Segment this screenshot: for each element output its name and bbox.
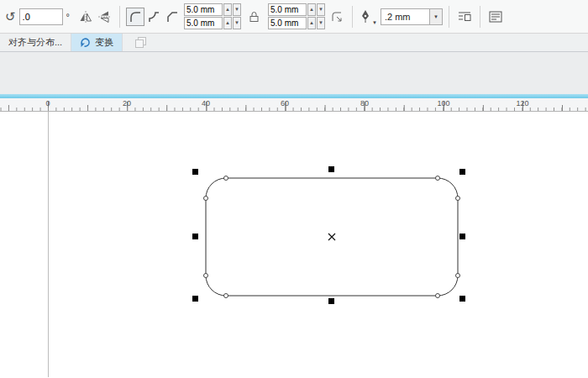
mirror-horizontal-button[interactable] bbox=[76, 8, 95, 26]
canvas[interactable] bbox=[0, 112, 588, 377]
lock-corners-button[interactable] bbox=[245, 8, 264, 26]
horizontal-ruler[interactable]: 0 20 40 60 80 100 120 bbox=[0, 98, 588, 112]
spinner-up-icon[interactable]: ▲ bbox=[307, 17, 316, 29]
property-bar: ↺ ° bbox=[0, 0, 588, 34]
rotation-angle-icon: ↺ bbox=[5, 9, 16, 24]
ruler-tick-label: 40 bbox=[202, 99, 210, 108]
wrap-text-button[interactable] bbox=[455, 8, 474, 26]
ruler-tick-label: 80 bbox=[360, 99, 369, 108]
mirror-horizontal-icon bbox=[79, 11, 92, 23]
corner-node[interactable] bbox=[456, 274, 460, 278]
round-corner-button[interactable] bbox=[126, 8, 144, 26]
dropdown-caret-icon: ▼ bbox=[372, 20, 377, 25]
toolbar-separator bbox=[449, 6, 449, 28]
corner-node[interactable] bbox=[436, 176, 440, 181]
spinner-down-icon[interactable]: ▼ bbox=[317, 3, 325, 16]
workspace-background bbox=[0, 52, 588, 94]
corner-radius-group-right: ▲ ▼ ▲ ▼ bbox=[268, 3, 325, 29]
copy-icon bbox=[134, 36, 147, 49]
spinner-up-icon[interactable]: ▲ bbox=[223, 17, 232, 29]
corner-radius-top-right-input[interactable] bbox=[268, 3, 307, 16]
spinner-down-icon[interactable]: ▼ bbox=[233, 3, 241, 16]
corner-radius-top-left-input[interactable] bbox=[184, 3, 223, 16]
outline-width-value: .2 mm bbox=[381, 12, 429, 22]
ruler-tick-label: 100 bbox=[437, 99, 449, 108]
round-corner-icon bbox=[129, 10, 142, 24]
corner-radius-bottom-right-input[interactable] bbox=[268, 17, 307, 29]
docker-tab-bar: 对齐与分布... 变换 bbox=[0, 34, 588, 52]
toolbar-separator bbox=[352, 6, 353, 28]
spinner-down-icon[interactable]: ▼ bbox=[233, 17, 241, 29]
selection-handle[interactable] bbox=[459, 169, 465, 175]
selection-handle[interactable] bbox=[328, 298, 334, 304]
corner-node[interactable] bbox=[456, 197, 460, 201]
tab-align-distribute-label: 对齐与分布... bbox=[8, 36, 62, 49]
degree-symbol: ° bbox=[66, 12, 70, 22]
scalloped-corner-button[interactable] bbox=[144, 8, 163, 26]
selection-handle[interactable] bbox=[192, 169, 198, 175]
wrap-text-icon bbox=[458, 11, 471, 23]
outline-pen-button[interactable]: ▼ bbox=[359, 8, 378, 26]
spinner-up-icon[interactable]: ▲ bbox=[223, 3, 232, 16]
corner-node[interactable] bbox=[436, 294, 440, 298]
corner-radius-bottom-left-input[interactable] bbox=[184, 17, 223, 29]
tab-align-distribute[interactable]: 对齐与分布... bbox=[0, 34, 71, 51]
ruler-tick-label: 120 bbox=[516, 99, 528, 108]
corner-node[interactable] bbox=[224, 294, 228, 298]
transform-icon bbox=[80, 37, 91, 48]
selection-handle[interactable] bbox=[192, 234, 198, 239]
selection-handle[interactable] bbox=[192, 296, 198, 302]
outline-width-combobox[interactable]: .2 mm ▼ bbox=[381, 8, 443, 25]
object-properties-icon bbox=[489, 11, 502, 23]
dropdown-arrow-icon[interactable]: ▼ bbox=[429, 9, 442, 24]
rotation-angle-input[interactable] bbox=[19, 8, 63, 25]
spinner-down-icon[interactable]: ▼ bbox=[317, 17, 325, 29]
corner-node[interactable] bbox=[204, 197, 208, 201]
corner-node[interactable] bbox=[204, 274, 208, 278]
ruler-tick-label: 20 bbox=[123, 99, 131, 108]
toolbar-separator bbox=[119, 6, 120, 28]
ruler-tick-label: 0 bbox=[45, 99, 50, 108]
corner-node[interactable] bbox=[224, 176, 228, 181]
selection-handle[interactable] bbox=[459, 234, 465, 239]
tab-transform-label: 变换 bbox=[95, 36, 113, 49]
copy-docker-button[interactable] bbox=[131, 34, 150, 52]
spinner-up-icon[interactable]: ▲ bbox=[307, 3, 316, 16]
lock-icon bbox=[249, 11, 260, 23]
relative-corner-icon bbox=[330, 10, 344, 24]
selection-handle[interactable] bbox=[328, 166, 334, 172]
scalloped-corner-icon bbox=[147, 10, 160, 24]
application-window: ↺ ° bbox=[0, 0, 588, 378]
object-properties-button[interactable] bbox=[486, 8, 505, 26]
tab-transform[interactable]: 变换 bbox=[71, 34, 123, 51]
toolbar-separator bbox=[480, 6, 480, 28]
mirror-vertical-button[interactable] bbox=[95, 8, 113, 26]
relative-corner-scaling-button[interactable] bbox=[328, 8, 346, 26]
corner-radius-group-left: ▲ ▼ ▲ ▼ bbox=[184, 3, 241, 29]
chamfered-corner-button[interactable] bbox=[163, 8, 181, 26]
mirror-vertical-icon bbox=[98, 10, 110, 24]
selection-handle[interactable] bbox=[459, 296, 465, 302]
ruler-tick-label: 60 bbox=[281, 99, 289, 108]
chamfered-corner-icon bbox=[165, 10, 179, 24]
outline-pen-icon bbox=[360, 9, 371, 24]
canvas-drawing bbox=[0, 112, 588, 377]
